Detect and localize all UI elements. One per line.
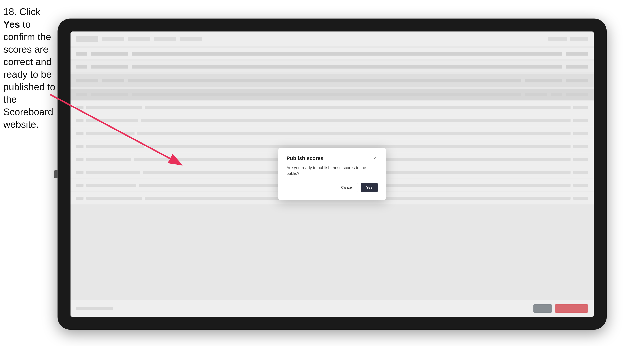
- tablet-screen: Publish scores × Are you ready to publis…: [70, 31, 594, 317]
- yes-button[interactable]: Yes: [361, 183, 378, 192]
- modal-overlay: Publish scores × Are you ready to publis…: [70, 31, 594, 317]
- publish-scores-modal: Publish scores × Are you ready to publis…: [278, 148, 386, 200]
- modal-title: Publish scores: [286, 156, 324, 161]
- tablet-side-button: [54, 171, 58, 178]
- modal-header: Publish scores ×: [286, 156, 378, 161]
- instruction-bold: Yes: [3, 19, 20, 30]
- modal-close-button[interactable]: ×: [372, 156, 378, 161]
- modal-body-text: Are you ready to publish these scores to…: [286, 165, 378, 176]
- modal-footer: Cancel Yes: [286, 183, 378, 192]
- instruction-before-bold: Click: [20, 6, 40, 17]
- instruction-text: 18. Click Yes to confirm the scores are …: [3, 5, 59, 131]
- step-number: 18.: [3, 6, 17, 17]
- tablet-device: Publish scores × Are you ready to publis…: [58, 18, 607, 330]
- cancel-button[interactable]: Cancel: [336, 183, 358, 192]
- instruction-after-bold: to confirm the scores are correct and re…: [3, 19, 55, 130]
